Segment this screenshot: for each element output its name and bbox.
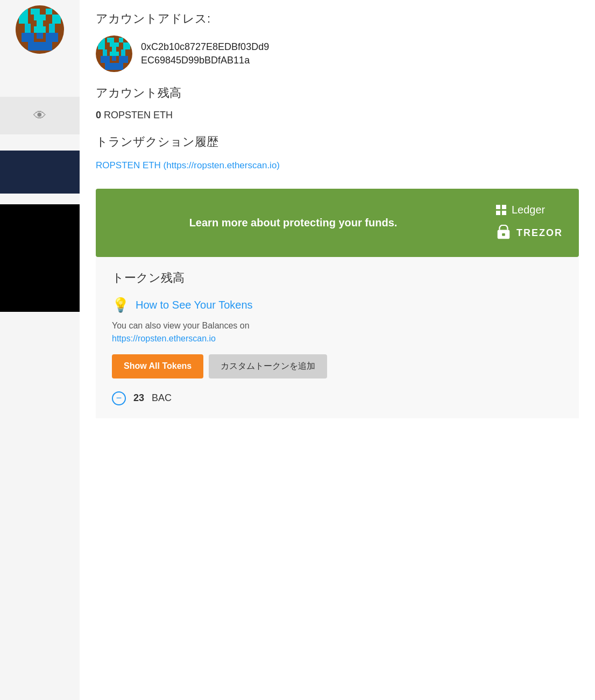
balance-currency: ROPSTEN ETH — [104, 110, 173, 120]
svg-rect-25 — [101, 56, 110, 63]
address-section: 0xC2b10c8727E8EDBf03Dd9 EC69845D99bBDfAB… — [96, 35, 579, 72]
view-balances-text: You can also view your Balances on — [112, 321, 563, 331]
sidebar: 👁 — [0, 0, 80, 700]
svg-rect-5 — [34, 15, 46, 20]
transaction-title: トランザクション履歴 — [96, 134, 579, 150]
svg-rect-4 — [19, 15, 28, 24]
svg-rect-19 — [98, 42, 105, 49]
svg-rect-8 — [37, 20, 42, 26]
svg-rect-1 — [22, 9, 27, 15]
svg-rect-24 — [121, 49, 126, 56]
svg-rect-16 — [101, 38, 105, 42]
svg-rect-31 — [502, 233, 505, 236]
token-title: トークン残高 — [112, 270, 563, 286]
trezor-logo[interactable]: TREZOR — [496, 225, 563, 242]
svg-rect-12 — [46, 33, 58, 42]
address-line1: 0xC2b10c8727E8EDBf03Dd9 — [141, 41, 269, 52]
how-to-tokens: 💡 How to See Your Tokens — [112, 297, 563, 313]
ledger-label: Ledger — [512, 204, 545, 216]
sidebar-avatar — [16, 5, 64, 54]
show-all-tokens-button[interactable]: Show All Tokens — [112, 354, 203, 378]
ledger-dot — [502, 211, 506, 215]
balance-section: アカウント残高 0 ROPSTEN ETH — [96, 85, 579, 121]
ledger-logo[interactable]: Ledger — [496, 204, 545, 216]
trezor-label: TREZOR — [516, 227, 563, 239]
svg-rect-27 — [119, 56, 128, 63]
balance-amount: 0 — [96, 110, 101, 120]
svg-rect-13 — [28, 42, 52, 51]
address-text: 0xC2b10c8727E8EDBf03Dd9 EC69845D99bBDfAB… — [141, 40, 269, 67]
svg-rect-6 — [52, 15, 61, 24]
ledger-dot — [496, 211, 500, 215]
address-avatar — [96, 35, 132, 72]
svg-rect-11 — [37, 33, 42, 39]
svg-rect-26 — [112, 56, 117, 61]
svg-rect-22 — [103, 49, 108, 56]
how-to-link[interactable]: How to See Your Tokens — [136, 299, 253, 311]
ledger-dot — [502, 205, 506, 209]
hardware-banner: Learn more about protecting your funds. … — [96, 189, 579, 257]
svg-rect-23 — [112, 47, 117, 52]
token-buttons: Show All Tokens カスタムトークンを追加 — [112, 354, 563, 378]
svg-rect-17 — [107, 38, 114, 42]
svg-rect-21 — [123, 42, 130, 49]
transaction-link[interactable]: ROPSTEN ETH (https://ropsten.etherscan.i… — [96, 159, 579, 173]
svg-rect-10 — [22, 33, 34, 42]
sidebar-eye-section[interactable]: 👁 — [0, 97, 80, 134]
svg-rect-7 — [25, 24, 31, 33]
balance-value: 0 ROPSTEN ETH — [96, 110, 579, 121]
svg-rect-29 — [110, 52, 119, 56]
svg-rect-20 — [110, 42, 119, 47]
ledger-icon — [496, 205, 506, 215]
eye-icon: 👁 — [33, 108, 46, 123]
svg-rect-14 — [34, 26, 46, 32]
ledger-dot — [496, 205, 500, 209]
banner-text: Learn more about protecting your funds. — [112, 215, 474, 230]
svg-rect-9 — [49, 24, 55, 33]
trezor-icon — [496, 225, 511, 242]
token-balance-row: − 23 BAC — [112, 391, 563, 405]
token-amount: 23 — [133, 392, 144, 404]
etherscan-link[interactable]: https://ropsten.etherscan.io — [112, 334, 563, 344]
svg-rect-18 — [119, 38, 124, 42]
sidebar-black-block — [0, 204, 80, 312]
token-section: トークン残高 💡 How to See Your Tokens You can … — [96, 257, 579, 418]
transaction-section: トランザクション履歴 ROPSTEN ETH (https://ropsten.… — [96, 134, 579, 173]
token-minus-icon[interactable]: − — [112, 391, 126, 405]
account-address-section: アカウントアドレス: — [96, 11, 579, 72]
hardware-logos: Ledger TREZOR — [496, 204, 563, 242]
main-content: アカウントアドレス: — [80, 0, 595, 700]
svg-rect-2 — [31, 9, 40, 15]
token-symbol: BAC — [152, 392, 172, 404]
balance-title: アカウント残高 — [96, 85, 579, 101]
svg-rect-28 — [105, 63, 123, 70]
bulb-icon: 💡 — [112, 297, 129, 313]
ledger-dot-group1 — [496, 205, 500, 215]
sidebar-dark-block — [0, 151, 80, 194]
add-custom-token-button[interactable]: カスタムトークンを追加 — [209, 354, 327, 378]
address-line2: EC69845D99bBDfAB11a — [141, 55, 250, 66]
ledger-dot-group2 — [502, 205, 506, 215]
account-address-title: アカウントアドレス: — [96, 11, 579, 27]
svg-rect-3 — [46, 9, 52, 15]
